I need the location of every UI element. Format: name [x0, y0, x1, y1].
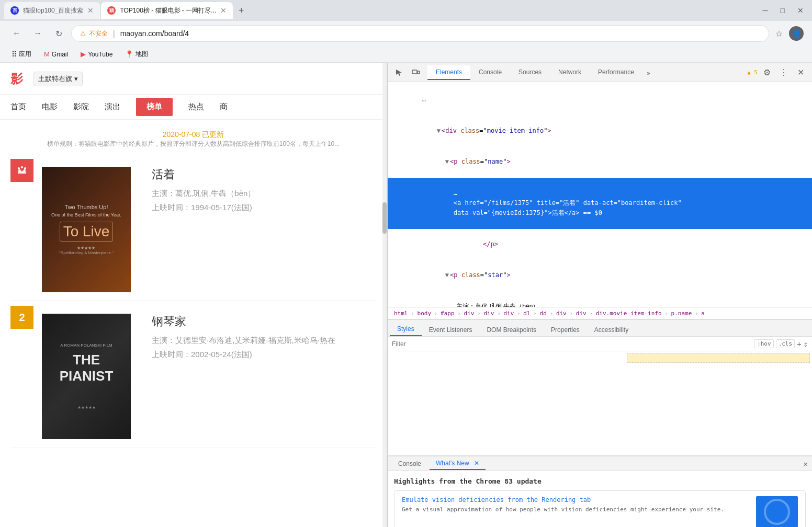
html-line-cast[interactable]: 主演：葛优,巩俐,牛犇（bèn）	[388, 291, 812, 307]
svg-point-3	[24, 167, 26, 169]
styles-tab-dom-breakpoints[interactable]: DOM Breakpoints	[479, 324, 544, 336]
warnings-badge[interactable]: ▲ 5	[747, 69, 758, 76]
whats-new-close[interactable]: ✕	[474, 460, 479, 467]
tab-maoyan-title: TOP100榜 - 猫眼电影 - 一网打尽...	[120, 6, 216, 15]
styles-tab-styles[interactable]: Styles	[390, 323, 422, 336]
nav-shows[interactable]: 演出	[105, 102, 120, 112]
new-tab-button[interactable]: +	[234, 3, 249, 18]
devtools-tab-console[interactable]: Console	[470, 65, 510, 80]
styles-tab-accessibility[interactable]: Accessibility	[587, 324, 636, 336]
browser-chrome: 百 猫眼top100_百度搜索 ✕ 猫 TOP100榜 - 猫眼电影 - 一网打…	[0, 0, 812, 63]
movie-item-2: 2 A ROMAN POLANSKI FILM THE PIANIST ★★★★…	[10, 306, 376, 448]
html-line-p-name[interactable]: ▼<p class="name">	[388, 146, 812, 178]
reload-button[interactable]: ↻	[50, 25, 67, 42]
device-toolbar-button[interactable]	[409, 65, 423, 80]
styles-tab-event-listeners[interactable]: Event Listeners	[422, 324, 480, 336]
site-header: 影 土默特右旗 ▾	[0, 63, 387, 95]
html-line-p-star[interactable]: ▼<p class="star">	[388, 260, 812, 291]
html-line-p-close[interactable]: </p>	[388, 229, 812, 260]
feature-card-1[interactable]: Emulate vision deficiencies from the Ren…	[394, 490, 806, 527]
location-label: 土默特右旗	[38, 74, 72, 84]
breadcrumb-div5[interactable]: div	[574, 310, 589, 317]
forward-button[interactable]: →	[29, 25, 46, 42]
svg-rect-4	[412, 70, 417, 74]
html-line-a-selected[interactable]: … <a href="/films/1375" title="活着" data-…	[388, 178, 812, 229]
tab-baidu-close[interactable]: ✕	[87, 6, 94, 15]
movie-cast-2: 主演：艾德里安·布洛迪,艾米莉娅·福克斯,米哈乌·热在	[152, 336, 376, 346]
filter-input[interactable]	[392, 340, 752, 348]
nav-hot[interactable]: 热点	[188, 102, 204, 112]
filter-hov-button[interactable]: :hov	[754, 339, 774, 348]
filter-add-rule[interactable]: +	[797, 340, 801, 348]
bookmark-star-button[interactable]: ☆	[775, 29, 783, 39]
movie-poster-1: Two Thumbs Up! One of the Best Films of …	[42, 167, 131, 292]
nav-movies[interactable]: 电影	[42, 102, 58, 112]
bookmark-apps[interactable]: ⠿ 应用	[8, 49, 35, 60]
breadcrumb-div2[interactable]: div	[482, 310, 497, 317]
site-nav: 首页 电影 影院 演出 榜单 热点 商	[0, 95, 387, 120]
movie-year-2: 上映时间：2002-05-24(法国)	[152, 350, 376, 360]
breadcrumb-dd[interactable]: dd	[538, 310, 549, 317]
more-options-button[interactable]: ⋮	[776, 65, 791, 80]
filter-cls-button[interactable]: .cls	[776, 339, 795, 348]
breadcrumb-body[interactable]: body	[415, 310, 434, 317]
address-bar[interactable]: ⚠ 不安全 | maoyan.com/board/4	[71, 25, 769, 42]
account-button[interactable]: 👤	[789, 26, 804, 41]
scrollbar-thumb[interactable]	[382, 202, 387, 234]
breadcrumb-movie-info[interactable]: div.movie-item-info	[594, 310, 664, 317]
tab-maoyan[interactable]: 猫 TOP100榜 - 猫眼电影 - 一网打尽... ✕	[101, 2, 233, 19]
breadcrumb-html[interactable]: html	[392, 310, 410, 317]
bookmark-gmail[interactable]: M Gmail	[41, 49, 71, 59]
breadcrumb-a[interactable]: a	[699, 310, 707, 317]
breadcrumb-div3[interactable]: div	[501, 310, 516, 317]
maps-icon: 📍	[125, 50, 133, 58]
devtools-tab-elements[interactable]: Elements	[427, 65, 470, 80]
breadcrumb-div4[interactable]: div	[554, 310, 569, 317]
nav-cinemas[interactable]: 影院	[73, 102, 89, 112]
devtools-tab-sources[interactable]: Sources	[510, 65, 550, 80]
gmail-icon: M	[44, 50, 50, 58]
breadcrumb-app[interactable]: #app	[438, 310, 457, 317]
bookmark-maps[interactable]: 📍 地图	[122, 49, 151, 60]
feature-title-1[interactable]: Emulate vision deficiencies from the Ren…	[402, 496, 751, 503]
styles-tab-properties[interactable]: Properties	[544, 324, 587, 336]
apps-icon: ⠿	[12, 50, 17, 59]
minimize-button[interactable]: ─	[759, 6, 772, 15]
breadcrumb-div1[interactable]: div	[462, 310, 477, 317]
location-selector[interactable]: 土默特右旗 ▾	[33, 72, 83, 86]
close-devtools-button[interactable]: ✕	[793, 65, 808, 80]
element-selector-button[interactable]	[392, 65, 407, 80]
breadcrumb-p-name[interactable]: p.name	[669, 310, 694, 317]
filter-arrows[interactable]: ⇕	[804, 340, 808, 348]
drawer-close-button[interactable]: ✕	[804, 460, 808, 468]
tab-baidu[interactable]: 百 猫眼top100_百度搜索 ✕	[4, 2, 100, 19]
nav-rankings[interactable]: 榜单	[136, 98, 173, 116]
devtools-toolbar: Elements Console Sources Network Perform…	[388, 63, 812, 82]
devtools-drawer: Console What's New ✕ ✕ Highlights from t…	[388, 455, 812, 527]
close-button[interactable]: ✕	[793, 6, 808, 15]
drawer-tab-whats-new[interactable]: What's New ✕	[430, 457, 486, 470]
bookmark-youtube[interactable]: ▶ YouTube	[77, 49, 116, 59]
maximize-button[interactable]: □	[776, 6, 789, 15]
devtools-more-tabs[interactable]: »	[642, 66, 655, 80]
devtools-tab-network[interactable]: Network	[550, 65, 590, 80]
movie-list: Two Thumbs Up! One of the Best Films of …	[10, 154, 376, 453]
device-icon	[412, 68, 420, 77]
devtools-tab-performance[interactable]: Performance	[590, 65, 642, 80]
nav-bar: ← → ↻ ⚠ 不安全 | maoyan.com/board/4 ☆ 👤	[0, 21, 812, 46]
settings-button[interactable]: ⚙	[760, 65, 774, 80]
svg-rect-5	[418, 71, 420, 74]
feature-card-1-text: Emulate vision deficiencies from the Ren…	[402, 496, 751, 514]
tab-maoyan-close[interactable]: ✕	[220, 6, 227, 15]
address-separator: |	[113, 29, 115, 38]
nav-more[interactable]: 商	[220, 102, 228, 112]
drawer-tab-console[interactable]: Console	[392, 458, 427, 469]
breadcrumb-dl[interactable]: dl	[521, 310, 532, 317]
back-button[interactable]: ←	[8, 25, 25, 42]
html-line-div-class[interactable]: ▼<div class="movie-item-info">	[388, 116, 812, 147]
styles-filter: :hov .cls + ⇕	[388, 337, 812, 351]
nav-home[interactable]: 首页	[10, 102, 26, 112]
feature-thumb-1	[756, 496, 798, 527]
scrollbar[interactable]	[382, 63, 387, 527]
drawer-tabs: Console What's New ✕ ✕	[388, 456, 812, 471]
